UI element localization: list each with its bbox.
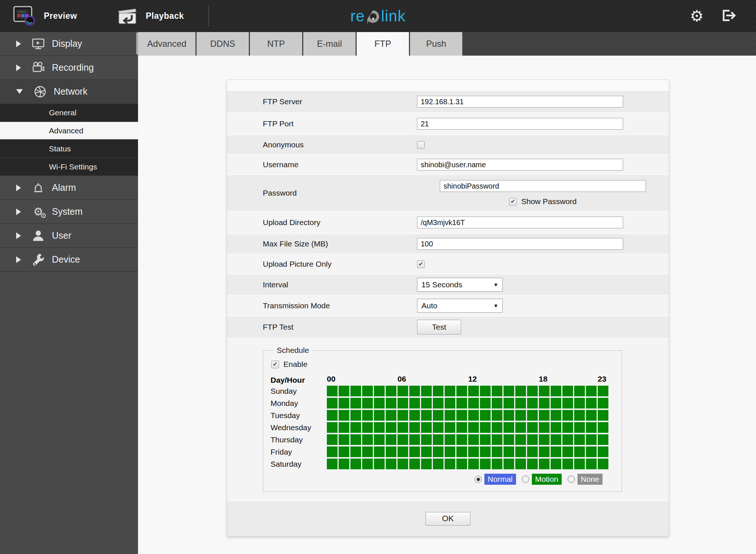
schedule-cell[interactable] xyxy=(374,398,385,409)
schedule-cell[interactable] xyxy=(527,459,538,469)
schedule-cell[interactable] xyxy=(598,398,608,409)
schedule-cell[interactable] xyxy=(327,434,338,445)
schedule-cell[interactable] xyxy=(327,459,338,469)
schedule-cell[interactable] xyxy=(515,422,526,433)
schedule-cell[interactable] xyxy=(433,386,444,396)
schedule-cell[interactable] xyxy=(362,410,373,421)
schedule-cell[interactable] xyxy=(480,410,491,421)
schedule-cell[interactable] xyxy=(562,386,573,396)
schedule-cell[interactable] xyxy=(551,459,561,469)
schedule-cell[interactable] xyxy=(409,398,420,409)
schedule-cell[interactable] xyxy=(586,422,597,433)
schedule-cell[interactable] xyxy=(480,446,491,457)
schedule-cell[interactable] xyxy=(527,410,538,421)
schedule-cell[interactable] xyxy=(539,459,550,469)
schedule-cell[interactable] xyxy=(327,446,338,457)
password-input[interactable] xyxy=(440,180,646,192)
tab-push[interactable]: Push xyxy=(410,32,462,56)
schedule-cell[interactable] xyxy=(409,459,420,469)
schedule-grid[interactable]: SundayMondayTuesdayWednesdayThursdayFrid… xyxy=(271,386,614,469)
schedule-cell[interactable] xyxy=(339,434,349,445)
ftp-port-input[interactable] xyxy=(417,118,623,130)
schedule-cell[interactable] xyxy=(539,398,550,409)
schedule-cell[interactable] xyxy=(456,459,467,469)
ok-button[interactable]: OK xyxy=(425,512,470,526)
schedule-cell[interactable] xyxy=(515,398,526,409)
schedule-cell[interactable] xyxy=(551,386,561,396)
schedule-cell[interactable] xyxy=(492,459,502,469)
transmission-mode-select[interactable]: Auto ▼ xyxy=(417,299,503,313)
mode-radio-none[interactable] xyxy=(568,476,575,483)
schedule-cell[interactable] xyxy=(398,434,408,445)
schedule-cell[interactable] xyxy=(421,398,432,409)
schedule-cell[interactable] xyxy=(445,446,455,457)
schedule-cell[interactable] xyxy=(468,434,479,445)
ftp-server-input[interactable] xyxy=(417,96,623,108)
tab-ftp[interactable]: FTP xyxy=(357,32,409,56)
schedule-cell[interactable] xyxy=(421,446,432,457)
schedule-cell[interactable] xyxy=(362,434,373,445)
schedule-cell[interactable] xyxy=(445,422,455,433)
schedule-cell[interactable] xyxy=(504,459,514,469)
schedule-cell[interactable] xyxy=(374,434,385,445)
schedule-cell[interactable] xyxy=(598,446,608,457)
schedule-cell[interactable] xyxy=(480,386,491,396)
schedule-cell[interactable] xyxy=(598,386,608,396)
schedule-cell[interactable] xyxy=(586,398,597,409)
sidebar-item-user[interactable]: User xyxy=(0,224,138,248)
schedule-cell[interactable] xyxy=(339,422,349,433)
schedule-cell[interactable] xyxy=(515,386,526,396)
schedule-cell[interactable] xyxy=(398,422,408,433)
schedule-cell[interactable] xyxy=(409,434,420,445)
schedule-cell[interactable] xyxy=(574,422,585,433)
max-file-size-input[interactable] xyxy=(417,238,623,250)
schedule-cell[interactable] xyxy=(445,459,455,469)
schedule-cell[interactable] xyxy=(574,446,585,457)
schedule-cell[interactable] xyxy=(468,459,479,469)
schedule-cell[interactable] xyxy=(504,398,514,409)
schedule-cell[interactable] xyxy=(574,398,585,409)
schedule-cell[interactable] xyxy=(551,434,561,445)
schedule-cell[interactable] xyxy=(386,434,396,445)
schedule-cell[interactable] xyxy=(539,386,550,396)
schedule-cell[interactable] xyxy=(374,446,385,457)
schedule-cell[interactable] xyxy=(598,410,608,421)
schedule-cell[interactable] xyxy=(421,459,432,469)
tab-ntp[interactable]: NTP xyxy=(250,32,302,56)
schedule-cell[interactable] xyxy=(574,410,585,421)
schedule-cell[interactable] xyxy=(362,459,373,469)
schedule-cell[interactable] xyxy=(398,386,408,396)
sidebar-item-device[interactable]: Device xyxy=(0,248,138,272)
schedule-cell[interactable] xyxy=(598,422,608,433)
schedule-cell[interactable] xyxy=(350,434,361,445)
sidebar-subitem-status[interactable]: Status xyxy=(0,140,138,158)
schedule-cell[interactable] xyxy=(433,446,444,457)
schedule-cell[interactable] xyxy=(386,410,396,421)
schedule-cell[interactable] xyxy=(386,446,396,457)
schedule-cell[interactable] xyxy=(480,434,491,445)
schedule-cell[interactable] xyxy=(468,422,479,433)
schedule-cell[interactable] xyxy=(339,446,349,457)
schedule-cell[interactable] xyxy=(386,386,396,396)
schedule-cell[interactable] xyxy=(433,398,444,409)
schedule-cell[interactable] xyxy=(374,422,385,433)
logout-icon[interactable] xyxy=(721,8,737,24)
schedule-cell[interactable] xyxy=(350,398,361,409)
schedule-cell[interactable] xyxy=(409,422,420,433)
schedule-cell[interactable] xyxy=(445,434,455,445)
schedule-enable-checkbox[interactable] xyxy=(271,361,279,368)
schedule-cell[interactable] xyxy=(456,386,467,396)
schedule-cell[interactable] xyxy=(574,459,585,469)
schedule-cell[interactable] xyxy=(350,446,361,457)
schedule-cell[interactable] xyxy=(398,398,408,409)
schedule-cell[interactable] xyxy=(492,386,502,396)
sidebar-item-system[interactable]: ⚙⚙System xyxy=(0,200,138,224)
mode-radio-normal[interactable] xyxy=(474,476,482,483)
schedule-cell[interactable] xyxy=(327,398,338,409)
schedule-cell[interactable] xyxy=(562,410,573,421)
schedule-cell[interactable] xyxy=(327,422,338,433)
schedule-cell[interactable] xyxy=(562,446,573,457)
schedule-cell[interactable] xyxy=(327,386,338,396)
schedule-cell[interactable] xyxy=(562,398,573,409)
schedule-cell[interactable] xyxy=(339,386,349,396)
